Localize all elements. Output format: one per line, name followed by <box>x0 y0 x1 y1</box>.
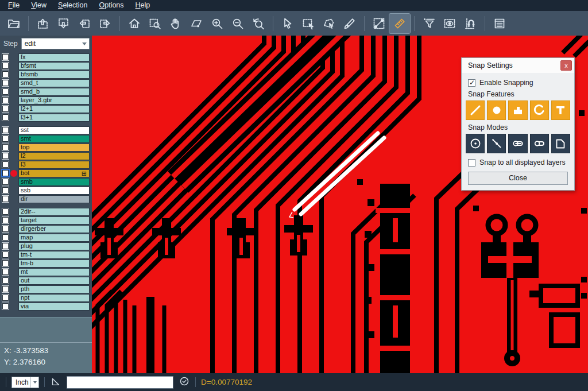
layer-row-l3[interactable]: l3 <box>0 160 92 169</box>
layer-checkbox[interactable] <box>2 106 9 112</box>
layer-checkbox[interactable] <box>2 286 9 292</box>
select-rectangle-icon[interactable] <box>298 14 319 33</box>
menu-item-file[interactable]: File <box>2 1 25 10</box>
layer-name[interactable]: smd_t <box>18 79 90 87</box>
step-select[interactable]: edit <box>21 38 90 49</box>
layer-row-smt[interactable]: smt <box>0 134 92 143</box>
measure-line-icon[interactable] <box>369 14 389 33</box>
layer-row-map[interactable]: map <box>0 233 92 242</box>
layer-checkbox[interactable] <box>2 226 9 232</box>
zoom-out-icon[interactable] <box>227 14 248 33</box>
zoom-polygon-icon[interactable] <box>186 14 207 33</box>
shift-up-icon[interactable] <box>33 14 53 33</box>
layer-row-mt[interactable]: mt <box>0 268 92 276</box>
menu-item-view[interactable]: View <box>25 1 52 10</box>
layer-checkbox[interactable] <box>2 80 9 86</box>
layer-checkbox[interactable] <box>2 187 9 193</box>
layer-name[interactable]: npt <box>18 294 90 302</box>
close-button[interactable]: Close <box>468 172 568 185</box>
layer-row-2dir--[interactable]: 2dir-- <box>0 207 92 216</box>
layer-name[interactable]: l3 <box>18 161 90 169</box>
open-folder-icon[interactable] <box>3 14 24 33</box>
layer-row-out[interactable]: out <box>0 276 92 285</box>
pan-hand-icon[interactable] <box>165 14 186 33</box>
layer-row-tm-b[interactable]: tm-b <box>0 259 92 268</box>
menu-item-selection[interactable]: Selection <box>52 1 93 10</box>
layer-name[interactable]: dirgerber <box>18 225 90 233</box>
layer-checkbox[interactable] <box>2 127 9 133</box>
text-icon[interactable] <box>551 100 570 120</box>
layer-row-l2+1[interactable]: l2+1 <box>0 104 92 113</box>
layer-checkbox[interactable] <box>2 251 9 258</box>
layer-row-plug[interactable]: plug <box>0 242 92 250</box>
slot-icon[interactable] <box>530 134 549 153</box>
layer-row-l3+1[interactable]: l3+1 <box>0 113 92 122</box>
layer-name[interactable]: mt <box>18 268 90 276</box>
slot-centerline-icon[interactable] <box>508 134 527 153</box>
layer-name[interactable]: pth <box>18 285 90 293</box>
layer-checkbox[interactable] <box>2 144 9 150</box>
pad-icon[interactable] <box>487 100 506 120</box>
layer-row-ssb[interactable]: ssb <box>0 186 92 195</box>
layer-checkbox[interactable] <box>2 97 9 103</box>
layer-name[interactable]: fx <box>18 53 90 61</box>
shift-down-icon[interactable] <box>53 14 74 33</box>
layer-checkbox[interactable] <box>2 234 9 241</box>
layer-name[interactable]: l2+1 <box>18 105 90 113</box>
layer-name[interactable]: plug <box>18 242 90 250</box>
layer-name[interactable]: out <box>18 277 90 285</box>
layer-row-bfsmt[interactable]: bfsmt <box>0 61 92 70</box>
measure-input[interactable] <box>67 376 173 389</box>
menu-item-options[interactable]: Options <box>93 1 129 10</box>
layer-checkbox[interactable] <box>2 260 9 266</box>
report-icon[interactable] <box>489 14 510 33</box>
layer-checkbox[interactable] <box>2 295 9 301</box>
layer-name[interactable]: tm-b <box>18 260 90 268</box>
layer-name[interactable]: smd_b <box>18 88 90 96</box>
layer-row-bot[interactable]: bot⊞ <box>0 169 92 177</box>
enable-snapping-checkbox[interactable] <box>468 79 475 87</box>
layer-name[interactable]: bfsmb <box>18 71 90 79</box>
layer-name[interactable]: sst <box>18 126 90 134</box>
layer-checkbox[interactable] <box>2 88 9 95</box>
profile-icon[interactable] <box>551 134 570 153</box>
layer-name[interactable]: bfsmt <box>18 62 90 70</box>
midpoint-icon[interactable] <box>487 134 506 153</box>
menu-item-help[interactable]: Help <box>130 1 156 10</box>
layer-checkbox[interactable] <box>2 136 9 142</box>
zoom-previous-icon[interactable] <box>248 14 269 33</box>
shift-left-icon[interactable] <box>74 14 95 33</box>
home-view-icon[interactable] <box>124 14 145 33</box>
layer-row-layer_3.gbr[interactable]: layer_3.gbr <box>0 96 92 104</box>
layer-name[interactable]: smt <box>18 135 90 143</box>
layer-row-npt[interactable]: npt <box>0 293 92 302</box>
layer-name[interactable]: 2dir-- <box>18 208 90 216</box>
unit-select[interactable]: Inch <box>11 377 39 388</box>
surface-icon[interactable] <box>508 100 527 120</box>
layer-name[interactable]: map <box>18 234 90 242</box>
layer-row-smb[interactable]: smb <box>0 177 92 186</box>
layer-row-bfsmb[interactable]: bfsmb <box>0 70 92 79</box>
layer-checkbox[interactable] <box>2 243 9 249</box>
layer-row-sst[interactable]: sst <box>0 126 92 134</box>
layer-row-smd_b[interactable]: smd_b <box>0 87 92 96</box>
layer-row-target[interactable]: target <box>0 216 92 224</box>
layer-row-dirgerber[interactable]: dirgerber <box>0 224 92 233</box>
apply-icon[interactable] <box>179 375 190 389</box>
select-polygon-icon[interactable] <box>319 14 339 33</box>
layer-row-tm-t[interactable]: tm-t <box>0 250 92 259</box>
layer-row-top[interactable]: top <box>0 143 92 152</box>
filter-icon[interactable] <box>419 14 439 33</box>
ruler-icon[interactable] <box>389 14 410 33</box>
snap-magnet-icon[interactable] <box>460 14 481 33</box>
layer-name[interactable]: target <box>18 216 90 224</box>
brush-icon[interactable] <box>339 14 360 33</box>
zoom-window-icon[interactable] <box>145 14 165 33</box>
zoom-in-icon[interactable] <box>207 14 227 33</box>
layer-checkbox[interactable] <box>2 217 9 223</box>
layer-checkbox[interactable] <box>2 63 9 69</box>
layer-checkbox[interactable] <box>2 71 9 78</box>
layer-name[interactable]: dir <box>18 195 90 203</box>
layer-name[interactable]: l2 <box>18 152 90 160</box>
snap-all-layers-checkbox[interactable] <box>468 159 475 167</box>
